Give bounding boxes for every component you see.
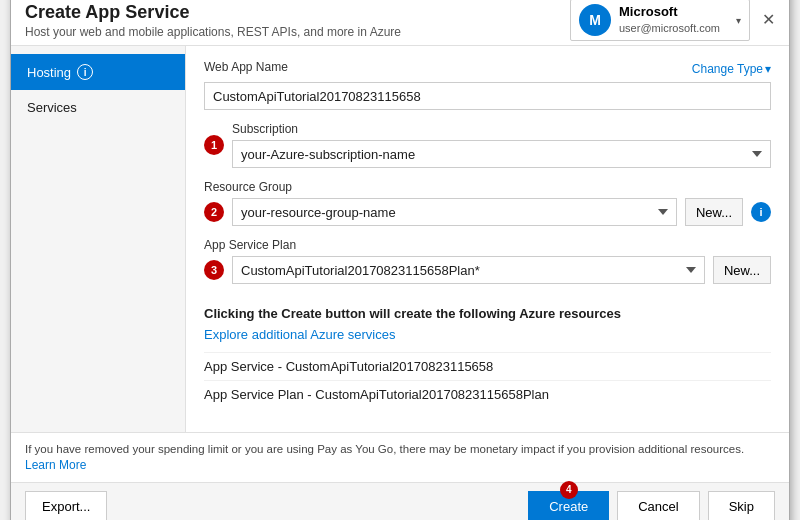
close-button[interactable]: ✕ [762,12,775,28]
title-section: Create App Service Host your web and mob… [25,2,570,39]
account-name: Microsoft [619,4,728,21]
app-service-plan-select[interactable]: CustomApiTutorial20170823115658Plan* [232,256,705,284]
summary-item-1: App Service - CustomApiTutorial201708231… [204,352,771,380]
sidebar: Hosting i Services [11,46,186,432]
web-app-name-label: Web App Name [204,60,288,74]
info-icon[interactable]: i [77,64,93,80]
app-service-plan-new-button[interactable]: New... [713,256,771,284]
dialog-subtitle: Host your web and mobile applications, R… [25,25,570,39]
main-content: Web App Name Change Type ▾ 1 Subscriptio… [186,46,789,432]
action-bar: Export... 4 Create Cancel Skip [11,482,789,520]
summary-section: Clicking the Create button will create t… [204,296,771,418]
app-service-plan-label: App Service Plan [204,238,771,252]
web-app-name-input[interactable] [204,82,771,110]
resource-group-field: your-resource-group-name New... i [232,198,771,226]
resource-group-row: 2 your-resource-group-name New... i [204,198,771,226]
web-app-name-group: Web App Name Change Type ▾ [204,60,771,110]
app-service-plan-row: 3 CustomApiTutorial20170823115658Plan* N… [204,256,771,284]
sidebar-item-hosting[interactable]: Hosting i [11,54,185,90]
account-info: Microsoft user@microsoft.com [619,4,728,35]
dialog-body: Hosting i Services Web App Name Change T… [11,46,789,432]
change-type-link[interactable]: Change Type ▾ [692,62,771,76]
step-1-badge: 1 [204,135,224,155]
cancel-button[interactable]: Cancel [617,491,699,520]
services-label: Services [27,100,77,115]
hosting-label: Hosting [27,65,71,80]
resource-group-info-icon[interactable]: i [751,202,771,222]
subscription-group: 1 Subscription your-Azure-subscription-n… [204,122,771,168]
app-service-plan-field: CustomApiTutorial20170823115658Plan* New… [232,256,771,284]
step-4-badge: 4 [560,481,578,499]
resource-group-group: Resource Group 2 your-resource-group-nam… [204,180,771,226]
title-bar: Create App Service Host your web and mob… [11,0,789,46]
subscription-field: Subscription your-Azure-subscription-nam… [232,122,771,168]
step-2-badge: 2 [204,202,224,222]
create-app-service-dialog: Create App Service Host your web and mob… [10,0,790,520]
resource-group-label: Resource Group [204,180,771,194]
app-service-plan-group: App Service Plan 3 CustomApiTutorial2017… [204,238,771,284]
chevron-down-icon: ▾ [736,15,741,26]
resource-group-new-button[interactable]: New... [685,198,743,226]
export-button[interactable]: Export... [25,491,107,520]
web-app-name-header: Web App Name Change Type ▾ [204,60,771,78]
resource-group-select[interactable]: your-resource-group-name [232,198,677,226]
subscription-select[interactable]: your-Azure-subscription-name [232,140,771,168]
chevron-down-icon: ▾ [765,62,771,76]
action-right: 4 Create Cancel Skip [528,491,775,520]
avatar: M [579,4,611,36]
explore-link[interactable]: Explore additional Azure services [204,327,771,342]
summary-title: Clicking the Create button will create t… [204,306,771,321]
account-selector[interactable]: M Microsoft user@microsoft.com ▾ [570,0,750,41]
footer-warning: If you have removed your spending limit … [11,432,789,482]
subscription-row: 1 Subscription your-Azure-subscription-n… [204,122,771,168]
subscription-label: Subscription [232,122,771,136]
learn-more-link[interactable]: Learn More [25,458,86,472]
create-button-wrapper: 4 Create [528,491,609,520]
warning-text: If you have removed your spending limit … [25,443,744,455]
sidebar-item-services[interactable]: Services [11,90,185,125]
account-email: user@microsoft.com [619,21,728,35]
skip-button[interactable]: Skip [708,491,775,520]
summary-item-2: App Service Plan - CustomApiTutorial2017… [204,380,771,408]
step-3-badge: 3 [204,260,224,280]
dialog-title: Create App Service [25,2,570,23]
